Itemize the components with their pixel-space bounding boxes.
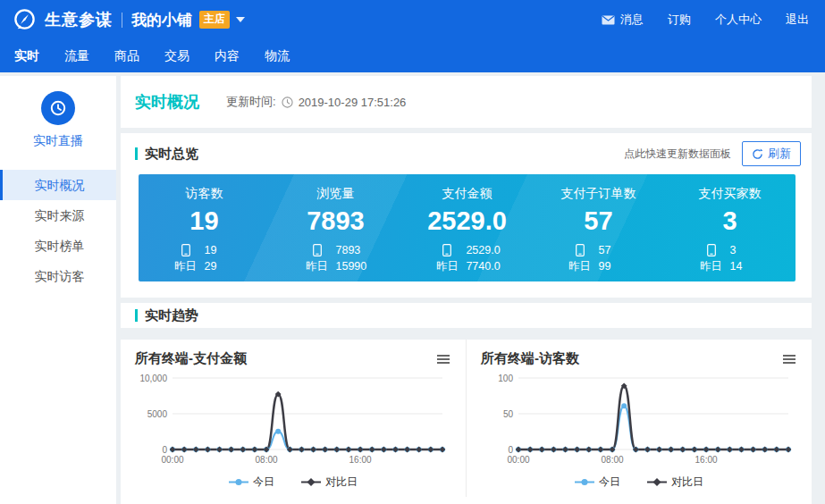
svg-text:00:00: 00:00 <box>161 455 183 465</box>
mail-icon <box>602 15 615 25</box>
metric-yesterday-row: 昨日 99 <box>533 258 664 274</box>
sidebar: 实时直播 实时概况 实时来源 实时榜单 实时访客 <box>0 76 116 504</box>
yesterday-label: 昨日 <box>698 259 725 274</box>
metric-title: 支付子订单数 <box>533 186 664 202</box>
svg-text:5000: 5000 <box>147 409 168 419</box>
metric-title: 访客数 <box>139 186 270 202</box>
chart-payment-amount: 所有终端-支付金额 0500010,00000:0008:0016:00 今日对… <box>121 340 466 497</box>
mobile-icon <box>707 244 716 256</box>
main-nav: 实时 流量 商品 交易 内容 物流 <box>0 39 825 72</box>
section-accent-bar <box>135 147 138 160</box>
svg-text:0: 0 <box>508 445 513 455</box>
metric-value: 7893 <box>270 206 401 236</box>
svg-text:100: 100 <box>498 374 513 383</box>
legend-item-compare[interactable]: 对比日 <box>647 475 703 490</box>
logout-link[interactable]: 退出 <box>786 12 809 28</box>
yesterday-label: 昨日 <box>173 259 199 274</box>
metric-device-row: 3 <box>664 242 796 258</box>
metrics-banner: 访客数 19 19 昨日 29 浏览量 7893 <box>139 174 796 281</box>
clock-icon <box>49 99 67 117</box>
messages-link[interactable]: 消息 <box>602 12 644 28</box>
metric-buyers: 支付买家数 3 3 昨日 14 <box>664 186 796 281</box>
account-center-label: 个人中心 <box>715 12 762 28</box>
refresh-button[interactable]: 刷新 <box>742 141 801 166</box>
chart-menu-icon[interactable] <box>435 352 451 366</box>
svg-text:0: 0 <box>162 445 167 455</box>
metric-device-value: 57 <box>593 244 631 256</box>
metric-title: 支付金额 <box>401 186 533 202</box>
svg-text:16:00: 16:00 <box>349 455 372 465</box>
chart-title: 所有终端-访客数 <box>481 350 579 367</box>
line-chart-visitors: 05010000:0008:0016:00 <box>481 369 797 475</box>
metric-device-value: 19 <box>199 244 237 256</box>
account-center-link[interactable]: 个人中心 <box>715 12 762 28</box>
shop-name[interactable]: 我的小铺 <box>131 10 192 30</box>
metric-payment-amount: 支付金额 2529.0 2529.0 昨日 7740.0 <box>401 186 533 281</box>
header-links: 消息 订购 个人中心 退出 <box>602 12 809 28</box>
trend-section-header: 实时趋势 <box>121 303 812 328</box>
chart-legend: 今日对比日 <box>135 475 451 490</box>
legend-item-today[interactable]: 今日 <box>229 475 274 490</box>
metric-value: 57 <box>533 206 664 236</box>
nav-item-trade[interactable]: 交易 <box>164 48 189 64</box>
messages-label: 消息 <box>620 12 644 28</box>
metric-value: 3 <box>664 206 796 236</box>
line-chart-payment: 0500010,00000:0008:0016:00 <box>135 369 451 475</box>
metric-yesterday-row: 昨日 14 <box>664 258 796 274</box>
realtime-live-module[interactable] <box>41 91 75 125</box>
header-top-row: 生意参谋 我的小铺 主店 消息 订购 个人中心 退出 <box>0 0 825 39</box>
metric-value: 19 <box>139 206 270 236</box>
sycm-logo-icon[interactable] <box>13 8 37 32</box>
subscribe-link[interactable]: 订购 <box>668 12 691 28</box>
refresh-hint: 点此快速更新数据面板 <box>624 147 731 162</box>
refresh-icon <box>752 148 763 160</box>
nav-item-traffic[interactable]: 流量 <box>64 48 89 64</box>
metric-device-row: 57 <box>533 242 664 258</box>
section-accent-bar <box>135 309 138 322</box>
brand-title: 生意参谋 <box>45 9 113 30</box>
overview-section-title: 实时总览 <box>145 146 198 163</box>
metric-device-row: 7893 <box>270 242 401 258</box>
yesterday-value: 15990 <box>331 260 368 273</box>
clock-outline-icon <box>282 97 293 108</box>
header-divider <box>122 13 122 28</box>
sidebar-group-label[interactable]: 实时直播 <box>33 133 83 149</box>
overview-section-header: 实时总览 点此快速更新数据面板 刷新 <box>121 133 812 174</box>
metric-device-value: 2529.0 <box>460 244 500 256</box>
mobile-icon <box>181 244 190 256</box>
sidebar-menu: 实时概况 实时来源 实时榜单 实时访客 <box>0 170 116 291</box>
metric-value: 2529.0 <box>401 206 533 236</box>
svg-text:16:00: 16:00 <box>695 455 718 465</box>
sidebar-item-realtime-overview[interactable]: 实时概况 <box>0 170 116 200</box>
chevron-down-icon[interactable] <box>236 17 245 22</box>
subscribe-label: 订购 <box>668 12 691 28</box>
nav-item-products[interactable]: 商品 <box>114 48 139 64</box>
trend-charts-card: 所有终端-支付金额 0500010,00000:0008:0016:00 今日对… <box>121 340 812 504</box>
sidebar-item-realtime-source[interactable]: 实时来源 <box>0 200 116 231</box>
legend-item-today[interactable]: 今日 <box>575 475 620 490</box>
sidebar-item-realtime-ranking[interactable]: 实时榜单 <box>0 231 116 261</box>
legend-item-compare[interactable]: 对比日 <box>301 475 358 490</box>
metric-title: 支付买家数 <box>664 186 796 202</box>
svg-text:00:00: 00:00 <box>507 455 529 465</box>
metric-device-row: 2529.0 <box>401 242 533 258</box>
chart-legend: 今日对比日 <box>481 475 797 490</box>
mobile-icon <box>442 244 451 256</box>
nav-item-logistics[interactable]: 物流 <box>265 48 290 64</box>
chart-menu-icon[interactable] <box>781 352 797 366</box>
metric-device-value: 7893 <box>331 244 368 256</box>
shop-type-badge: 主店 <box>199 11 230 29</box>
sidebar-item-realtime-visitors[interactable]: 实时访客 <box>0 261 116 291</box>
nav-item-content[interactable]: 内容 <box>215 48 240 64</box>
update-time-value: 2019-10-29 17:51:26 <box>299 96 407 109</box>
metric-pageviews: 浏览量 7893 7893 昨日 15990 <box>270 186 401 281</box>
chart-visitors: 所有终端-访客数 05010000:0008:0016:00 今日对比日 <box>466 340 812 497</box>
page-body: 实时直播 实时概况 实时来源 实时榜单 实时访客 实时概况 更新时间: 2019… <box>0 76 825 504</box>
nav-item-realtime[interactable]: 实时 <box>14 48 39 64</box>
metric-sub-orders: 支付子订单数 57 57 昨日 99 <box>533 186 664 281</box>
metric-device-row: 19 <box>139 242 270 258</box>
main-content: 实时概况 更新时间: 2019-10-29 17:51:26 实时总览 点此快速… <box>121 76 812 504</box>
page-title-card: 实时概况 更新时间: 2019-10-29 17:51:26 <box>121 76 812 128</box>
yesterday-value: 99 <box>593 260 631 273</box>
svg-text:08:00: 08:00 <box>602 455 624 465</box>
